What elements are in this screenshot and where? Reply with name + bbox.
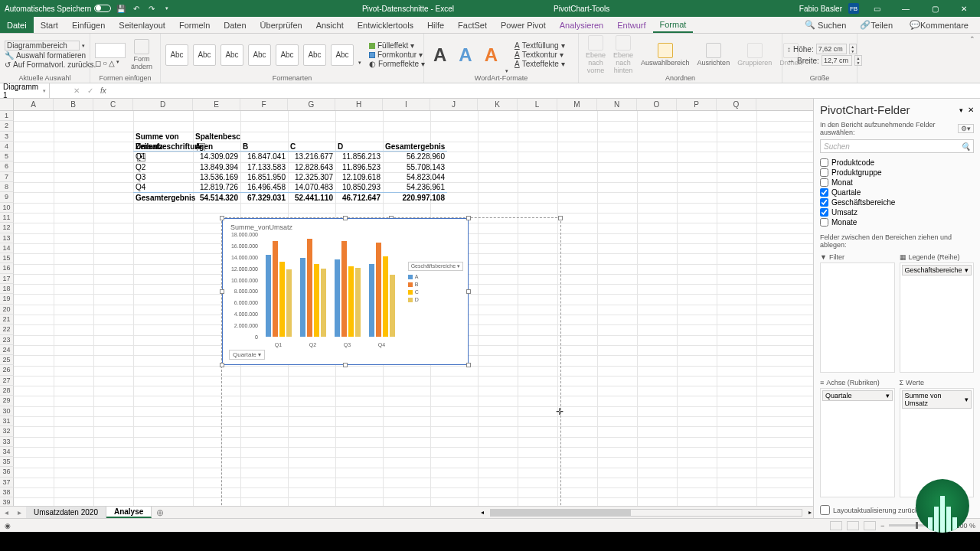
row-header[interactable]: 25 <box>0 355 14 365</box>
row-header[interactable]: 18 <box>0 284 14 294</box>
row-header[interactable]: 11 <box>0 213 14 223</box>
horizontal-scrollbar[interactable] <box>490 509 802 517</box>
col-header[interactable]: Q <box>717 99 756 110</box>
row-header[interactable]: 28 <box>0 386 14 396</box>
hscroll-left[interactable]: ◂ <box>479 509 485 516</box>
area-item[interactable]: Summe von Umsatz▾ <box>902 390 972 409</box>
pivot-cell[interactable]: 12.819.726 <box>193 182 240 192</box>
row-header[interactable]: 1 <box>0 111 14 121</box>
cell-grid[interactable]: Summe von UmsatzSpaltenbesc▼Zeilenbeschr… <box>14 111 813 506</box>
col-header[interactable]: I <box>383 99 430 110</box>
maximize-button[interactable]: ▢ <box>923 0 946 17</box>
shape-style[interactable]: Abc <box>303 44 326 66</box>
shape-gallery[interactable] <box>95 43 126 58</box>
col-header[interactable]: C <box>93 99 133 110</box>
legend-item[interactable]: D <box>408 297 463 302</box>
select-all-corner[interactable] <box>0 99 14 110</box>
sheet-nav-prev[interactable]: ◂ <box>0 508 13 517</box>
row-headers[interactable]: 1234567891011121314151617181920212223242… <box>0 111 14 506</box>
wordart-style[interactable]: A <box>480 44 502 66</box>
pivot-cell[interactable]: 12.109.618 <box>335 172 383 182</box>
qat-customize-icon[interactable]: ▾ <box>162 3 172 14</box>
pivot-cell[interactable]: 12.828.643 <box>288 162 335 172</box>
row-header[interactable]: 10 <box>0 203 14 213</box>
legend-area[interactable]: ▦Legende (Reihe) Geschäftsbereiche▾ <box>900 252 975 373</box>
align-button[interactable]: Ausrichten <box>695 43 733 67</box>
pivot-cell[interactable]: 13.536.169 <box>193 172 240 182</box>
defer-layout-checkbox[interactable] <box>820 505 830 515</box>
bring-forward-button[interactable]: Ebene nach vorne <box>583 35 608 74</box>
row-header[interactable]: 2 <box>0 121 14 131</box>
tab-formeln[interactable]: Formeln <box>172 17 217 33</box>
area-item[interactable]: Quartale▾ <box>822 390 893 401</box>
pivot-cell[interactable]: 55.708.143 <box>383 162 447 172</box>
pivot-cell[interactable]: B <box>240 142 288 152</box>
user-name[interactable]: Fabio Basler <box>799 5 842 13</box>
width-input[interactable]: 12,7 cm <box>822 55 852 66</box>
pane-options-icon[interactable]: ▾ <box>959 106 963 114</box>
sheet-nav-next[interactable]: ▸ <box>13 508 26 517</box>
shape-outline-button[interactable]: Formkontur ▾ <box>369 51 425 59</box>
row-header[interactable]: 3 <box>0 132 14 142</box>
row-header[interactable]: 26 <box>0 365 14 375</box>
row-header[interactable]: 30 <box>0 406 14 416</box>
normal-view-button[interactable] <box>830 521 842 530</box>
filter-area[interactable]: ▼Filter <box>820 252 895 373</box>
wordart-style[interactable]: A <box>429 44 451 66</box>
pivot-cell[interactable]: 54.823.044 <box>383 172 447 182</box>
row-header[interactable]: 20 <box>0 305 14 315</box>
field-item[interactable]: Produktgruppe <box>820 168 974 178</box>
col-header[interactable]: J <box>430 99 478 110</box>
hscroll-right[interactable]: ▸ <box>807 509 813 516</box>
row-header[interactable]: 8 <box>0 182 14 192</box>
pivot-cell[interactable]: D <box>335 142 383 152</box>
pivot-cell[interactable]: A <box>193 142 240 152</box>
row-header[interactable]: 36 <box>0 467 14 477</box>
row-header[interactable]: 34 <box>0 447 14 457</box>
col-header[interactable]: A <box>14 99 54 110</box>
area-item[interactable]: Geschäftsbereiche▾ <box>902 265 972 276</box>
field-item[interactable]: Monat <box>820 178 974 187</box>
pivot-cell[interactable]: 54.236.961 <box>383 182 447 192</box>
shape-style[interactable]: Abc <box>193 44 216 66</box>
col-header[interactable]: O <box>637 99 677 110</box>
row-header[interactable]: 19 <box>0 294 14 304</box>
chart-axis-field-button[interactable]: Quartale ▾ <box>229 350 265 360</box>
sheet-tab[interactable]: Analyse <box>106 507 152 518</box>
row-header[interactable]: 37 <box>0 478 14 487</box>
redo-icon[interactable]: ↷ <box>146 3 157 14</box>
pivot-chart[interactable]: Summe_vonUmsatz 02.000.0004.000.0006.000… <box>222 218 469 365</box>
page-layout-view-button[interactable] <box>847 521 859 530</box>
column-headers[interactable]: ABCDEFGHIJKLMNOPQ <box>0 99 813 111</box>
collapse-ribbon-icon[interactable]: ⌃ <box>969 35 975 43</box>
field-item[interactable]: Quartale <box>820 187 974 197</box>
pivot-cell[interactable]: 16.496.458 <box>240 182 288 192</box>
row-header[interactable]: 15 <box>0 253 14 263</box>
pivot-cell[interactable]: 17.133.583 <box>240 162 288 172</box>
row-header[interactable]: 22 <box>0 324 14 334</box>
col-header[interactable]: F <box>240 99 288 110</box>
text-fill-button[interactable]: A Textfüllung ▾ <box>514 41 565 50</box>
field-checkbox[interactable] <box>820 188 828 197</box>
col-header[interactable]: G <box>288 99 335 110</box>
row-header[interactable]: 29 <box>0 396 14 406</box>
field-item[interactable]: Monate <box>820 217 974 227</box>
row-header[interactable]: 6 <box>0 161 14 171</box>
reset-style-button[interactable]: ↺ Auf Formatvorl. zurücks. <box>5 60 85 69</box>
shape-style[interactable]: Abc <box>165 44 188 66</box>
pivot-cell[interactable]: 16.847.041 <box>240 152 288 161</box>
tab-seitenlayout[interactable]: Seitenlayout <box>112 17 172 33</box>
legend-item[interactable]: C <box>408 289 463 295</box>
row-header[interactable]: 23 <box>0 335 14 345</box>
col-header[interactable]: P <box>677 99 717 110</box>
row-header[interactable]: 35 <box>0 457 14 467</box>
field-search-input[interactable]: Suchen🔍 <box>820 139 974 153</box>
pivot-cell[interactable]: 46.712.647 <box>335 192 383 202</box>
cancel-icon[interactable]: ✕ <box>70 86 83 95</box>
save-icon[interactable]: 💾 <box>116 3 126 14</box>
minimize-button[interactable]: — <box>894 0 917 17</box>
pivot-cell[interactable]: Gesamtergebnis <box>383 142 447 152</box>
axis-area[interactable]: ≡Achse (Rubriken) Quartale▾ <box>820 377 895 498</box>
rotate-button[interactable]: Drehen <box>777 43 805 67</box>
tab-format[interactable]: Format <box>653 17 694 33</box>
